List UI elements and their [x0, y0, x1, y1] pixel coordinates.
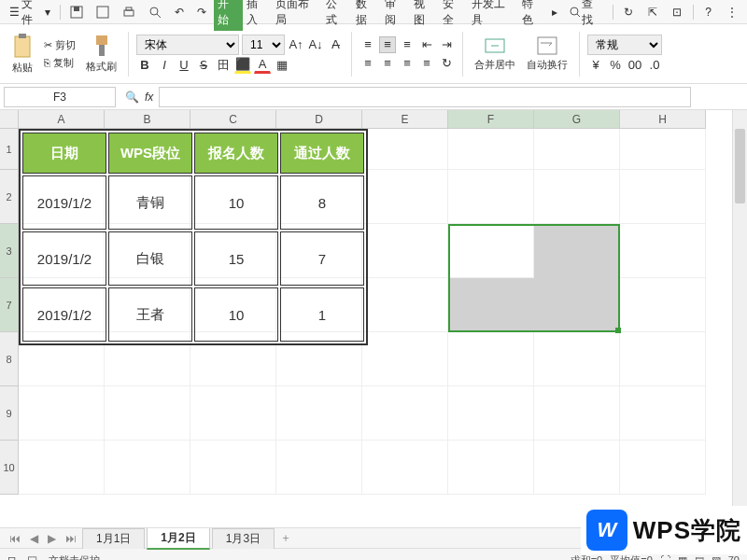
divider	[462, 32, 463, 77]
tab-insert[interactable]: 插入	[243, 0, 272, 31]
fill-color-button[interactable]: ⬛	[234, 57, 251, 74]
more-icon[interactable]: ⋮	[721, 4, 743, 21]
format-painter-button[interactable]: 格式刷	[82, 32, 120, 76]
fx-label[interactable]: fx	[145, 91, 153, 104]
merge-center-button[interactable]: 合并居中	[471, 34, 519, 74]
tab-last-icon[interactable]: ⏭	[62, 532, 80, 545]
fullscreen-icon[interactable]: ⛶	[660, 554, 670, 560]
justify-icon[interactable]: ≡	[418, 55, 435, 72]
border-button[interactable]: 田	[215, 57, 232, 74]
row-8[interactable]: 8	[0, 332, 19, 386]
comma-icon[interactable]: 00	[627, 57, 643, 74]
tab-review[interactable]: 审阅	[381, 0, 410, 31]
print-icon[interactable]	[117, 4, 141, 21]
sheet-tab-active[interactable]: 1月2日	[147, 527, 209, 550]
table-row[interactable]: 2019/1/2白银157	[22, 231, 364, 286]
wrap-icon	[536, 35, 558, 56]
row-10[interactable]: 10	[0, 441, 19, 495]
phonetic-icon[interactable]: ▦	[274, 57, 290, 74]
decrease-font-icon[interactable]: A↓	[307, 36, 324, 53]
tab-devtools[interactable]: 开发工具	[468, 0, 518, 31]
align-right-icon[interactable]: ≡	[399, 55, 416, 72]
col-g[interactable]: G	[534, 110, 620, 129]
table-row[interactable]: 2019/1/2王者101	[22, 287, 364, 342]
decimal-inc-icon[interactable]: .0	[646, 57, 663, 74]
align-middle-icon[interactable]: ≡	[379, 36, 396, 53]
orientation-icon[interactable]: ↻	[438, 55, 455, 72]
percent-icon[interactable]: %	[607, 57, 624, 74]
align-bottom-icon[interactable]: ≡	[399, 36, 416, 53]
font-size-select[interactable]: 11	[242, 35, 285, 55]
view-break-icon[interactable]: ▧	[712, 554, 721, 561]
align-left-icon[interactable]: ≡	[359, 55, 376, 72]
col-f[interactable]: F	[448, 110, 534, 129]
tab-security[interactable]: 安全	[439, 0, 468, 31]
strikethrough-button[interactable]: S̶	[195, 57, 212, 74]
row-3[interactable]: 3	[0, 224, 19, 278]
share-icon[interactable]: ⇱	[642, 4, 663, 21]
copy-button[interactable]: ⎘复制	[41, 55, 78, 71]
tab-more[interactable]: ▸	[548, 3, 561, 21]
auto-wrap-button[interactable]: 自动换行	[523, 34, 571, 74]
number-format-select[interactable]: 常规	[587, 35, 662, 55]
indent-increase-icon[interactable]: ⇥	[438, 36, 455, 53]
zoom-value[interactable]: 70	[728, 554, 740, 560]
merge-icon	[484, 35, 506, 56]
select-all-corner[interactable]	[0, 110, 19, 129]
col-e[interactable]: E	[362, 110, 448, 129]
bold-button[interactable]: B	[136, 57, 153, 74]
tab-formula[interactable]: 公式	[322, 0, 351, 31]
currency-icon[interactable]: ¥	[587, 57, 604, 74]
italic-button[interactable]: I	[156, 57, 173, 74]
col-h[interactable]: H	[620, 110, 706, 129]
row-7[interactable]: 7	[0, 278, 19, 332]
clear-format-icon[interactable]: A̶	[327, 36, 344, 53]
header-signup: 报名人数	[194, 133, 278, 174]
tab-special[interactable]: 特色	[518, 0, 547, 31]
row-1[interactable]: 1	[0, 129, 19, 170]
view-page-icon[interactable]: ▤	[695, 554, 704, 561]
underline-button[interactable]: U	[176, 57, 192, 74]
add-sheet-button[interactable]: ＋	[276, 530, 295, 546]
col-a[interactable]: A	[19, 110, 105, 129]
vertical-scrollbar[interactable]	[732, 110, 747, 527]
font-color-button[interactable]: A	[254, 57, 271, 74]
view-normal-icon[interactable]: ▦	[678, 554, 687, 561]
undo-icon[interactable]: ↶	[169, 4, 190, 21]
search-button[interactable]: 查找	[563, 0, 607, 30]
tab-first-icon[interactable]: ⏮	[6, 532, 24, 545]
row-2[interactable]: 2	[0, 170, 19, 224]
col-c[interactable]: C	[190, 110, 276, 129]
save-icon[interactable]	[64, 4, 89, 21]
table-row[interactable]: 2019/1/2青铜108	[22, 175, 364, 230]
tab-view[interactable]: 视图	[410, 0, 439, 31]
tab-next-icon[interactable]: ▶	[44, 532, 60, 545]
print-preview-icon[interactable]	[143, 4, 167, 21]
save-as-icon[interactable]	[91, 4, 115, 21]
history-icon[interactable]: ⊡	[667, 4, 687, 21]
tab-prev-icon[interactable]: ◀	[26, 532, 42, 545]
help-icon[interactable]: ?	[699, 4, 717, 21]
scrollbar-thumb[interactable]	[735, 129, 745, 203]
redo-icon[interactable]: ↷	[191, 4, 212, 21]
formula-input[interactable]	[159, 87, 691, 107]
tab-layout[interactable]: 页面布局	[272, 0, 322, 31]
col-d[interactable]: D	[276, 110, 362, 129]
align-top-icon[interactable]: ≡	[359, 36, 376, 53]
sync-icon[interactable]: ↻	[618, 4, 639, 21]
font-name-select[interactable]: 宋体	[136, 35, 239, 55]
align-center-icon[interactable]: ≡	[379, 55, 396, 72]
tab-start[interactable]: 开始	[214, 0, 243, 31]
increase-font-icon[interactable]: A↑	[288, 36, 304, 53]
tab-data[interactable]: 数据	[352, 0, 381, 31]
col-b[interactable]: B	[105, 110, 190, 129]
indent-decrease-icon[interactable]: ⇤	[418, 36, 435, 53]
cut-button[interactable]: ✂剪切	[41, 37, 78, 53]
name-box[interactable]: F3	[4, 87, 116, 107]
sheet-tab[interactable]: 1月1日	[82, 528, 145, 549]
sheet-tab[interactable]: 1月3日	[212, 528, 275, 549]
row-9[interactable]: 9	[0, 386, 19, 441]
zoom-to-cell-icon[interactable]: 🔍	[125, 91, 139, 104]
main-menu-button[interactable]: ☰ 文件 ▾	[4, 0, 56, 30]
paste-button[interactable]: 粘贴	[7, 31, 37, 77]
